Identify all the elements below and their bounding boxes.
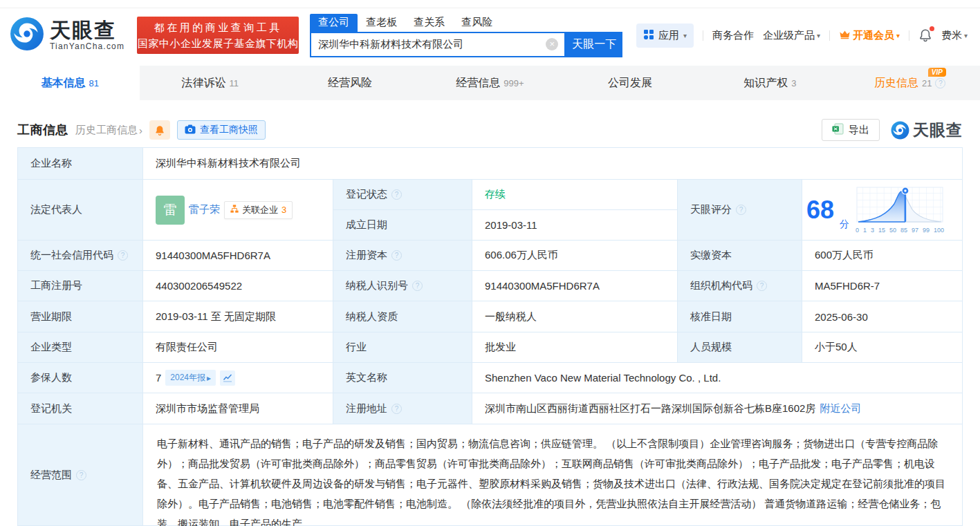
watermark-label: 天眼查	[913, 120, 963, 141]
reg-number-value: 440300206549522	[143, 271, 333, 301]
notification-dot	[930, 26, 934, 31]
search-tab-company[interactable]: 查公司	[310, 14, 358, 32]
promo-line2: 国家中小企业发展子基金旗下机构	[138, 36, 299, 51]
field-label: 注册资本	[346, 249, 387, 262]
help-icon[interactable]: ?	[118, 250, 128, 261]
paid-capital-value: 600万人民币	[802, 241, 962, 270]
arrow-right-icon: ▸	[207, 373, 211, 383]
org-code-value: MA5FHD6R-7	[802, 271, 962, 301]
tab-count: 3	[791, 78, 796, 88]
view-snapshot-button[interactable]: 查看工商快照	[177, 120, 266, 140]
field-label: 行业	[346, 341, 367, 354]
tab-business-info[interactable]: 经营信息 999+	[420, 66, 560, 100]
notifications-bell-icon[interactable]	[918, 28, 932, 42]
reg-number-label: 工商注册号	[18, 271, 142, 301]
nav-business-cooperation[interactable]: 商务合作	[712, 29, 754, 42]
user-menu[interactable]: 费米 ▾	[941, 29, 968, 42]
field-label: 天眼评分	[690, 203, 732, 216]
company-type-label: 企业类型	[18, 332, 142, 362]
field-label: 核准日期	[690, 310, 732, 323]
chevron-down-icon: ▾	[683, 32, 687, 39]
score-number: 68	[806, 198, 834, 223]
search-tab-relation[interactable]: 查关系	[405, 14, 453, 32]
field-value: 电子新材料、通讯产品的销售；电子产品的研发及销售；国内贸易；物流信息咨询；供应链…	[157, 433, 948, 526]
chevron-down-icon: ▾	[817, 32, 820, 39]
taxpayer-quality-value: 一般纳税人	[472, 301, 677, 332]
tab-history-info[interactable]: VIP 历史信息 21 ?	[840, 66, 980, 100]
company-tabs: 基本信息 81 法律诉讼 11 经营风险 经营信息 999+ 公司发展 知识产权…	[0, 66, 980, 100]
crown-icon	[839, 30, 851, 41]
tab-count: 999+	[503, 78, 524, 88]
related-companies-badge[interactable]: 关联企业 3	[224, 201, 293, 219]
nearby-companies-link[interactable]: 附近公司	[820, 402, 861, 415]
field-label: 营业期限	[30, 310, 72, 323]
help-icon[interactable]: ?	[391, 404, 402, 414]
search-block: 查公司 查老板 查关系 查风险 × 天眼一下	[310, 14, 622, 57]
field-label: 经营范围	[30, 469, 72, 482]
help-icon[interactable]: ?	[935, 78, 945, 88]
business-info-table: 企业名称 深圳华中科新材料技术有限公司 法定代表人 雷 雷子荣 关	[17, 147, 963, 526]
bell-icon	[154, 124, 165, 136]
reg-status-label: 登记状态 ?	[333, 180, 472, 209]
approval-date-label: 核准日期	[678, 301, 802, 332]
monitor-bell-button[interactable]	[149, 120, 170, 140]
search-tab-boss[interactable]: 查老板	[358, 14, 405, 32]
search-tab-risk[interactable]: 查风险	[453, 14, 501, 32]
history-link-label: 历史工商信息	[75, 124, 138, 137]
export-button[interactable]: 导出	[822, 119, 880, 141]
axis-tick: 97	[912, 227, 918, 234]
field-label: 登记机关	[30, 402, 72, 415]
help-icon[interactable]: ?	[391, 189, 402, 200]
field-value: 2019-03-11	[485, 219, 537, 231]
field-label: 人员规模	[690, 341, 732, 354]
export-label: 导出	[849, 124, 869, 137]
tab-basic-info[interactable]: 基本信息 81	[0, 66, 140, 100]
help-icon[interactable]: ?	[391, 250, 402, 261]
tab-label: 知识产权	[743, 76, 788, 91]
tab-company-development[interactable]: 公司发展	[560, 66, 700, 100]
search-input[interactable]	[311, 33, 564, 56]
help-icon[interactable]: ?	[757, 281, 767, 291]
field-value: 606.06万人民币	[485, 249, 558, 262]
site-logo[interactable]: 天眼查 TianYanCha.com	[10, 17, 124, 54]
tab-label: 经营风险	[328, 76, 372, 91]
reg-capital-value: 606.06万人民币	[472, 241, 677, 270]
search-button[interactable]: 天眼一下	[566, 32, 622, 57]
score-distribution-chart: 0 1 3 15 50 85 97 99 100	[855, 186, 945, 234]
help-icon[interactable]: ?	[76, 470, 86, 480]
field-value: 有限责任公司	[156, 341, 218, 354]
chevron-down-icon: ▾	[964, 32, 968, 39]
clear-search-icon[interactable]: ×	[546, 38, 558, 50]
company-name-label: 企业名称	[18, 148, 142, 179]
annual-report-badge[interactable]: 2024年报 ▸	[165, 370, 216, 386]
tab-operating-risk[interactable]: 经营风险	[280, 66, 420, 100]
legal-rep-avatar[interactable]: 雷	[156, 196, 185, 225]
taxpayer-quality-label: 纳税人资质	[333, 301, 472, 332]
business-scope-value: 电子新材料、通讯产品的销售；电子产品的研发及销售；国内贸易；物流信息咨询；供应链…	[143, 424, 962, 525]
axis-tick: 50	[889, 227, 896, 234]
legal-rep-name-link[interactable]: 雷子荣	[189, 203, 220, 216]
help-icon[interactable]: ?	[412, 281, 423, 291]
tab-intellectual-property[interactable]: 知识产权 3	[700, 66, 840, 100]
field-label: 成立日期	[346, 218, 387, 232]
logo-text: 天眼查 TianYanCha.com	[50, 20, 124, 51]
english-name-label: 英文名称	[333, 363, 472, 393]
tab-label: 公司发展	[608, 76, 652, 91]
field-label: 参保人数	[30, 371, 72, 384]
taxpayer-id-value: 91440300MA5FHD6R7A	[472, 271, 677, 301]
tab-legal-proceedings[interactable]: 法律诉讼 11	[140, 66, 279, 100]
establish-date-value: 2019-03-11	[472, 210, 677, 240]
field-label: 企业类型	[30, 341, 72, 354]
vip-badge: VIP	[928, 68, 946, 77]
business-term-label: 营业期限	[18, 301, 142, 332]
axis-tick: 100	[934, 227, 944, 234]
nav-enterprise-products[interactable]: 企业级产品 ▾	[763, 29, 820, 42]
help-icon[interactable]: ?	[736, 205, 746, 215]
field-value: 2025-06-30	[815, 311, 868, 323]
trend-chart-button[interactable]	[220, 370, 235, 386]
apps-menu-button[interactable]: 应用 ▾	[636, 24, 694, 48]
field-label: 英文名称	[346, 371, 387, 384]
logo-domain: TianYanCha.com	[50, 41, 124, 51]
history-business-info-link[interactable]: 历史工商信息 ›	[75, 124, 142, 137]
nav-open-membership[interactable]: 开通会员 ▾	[839, 29, 900, 42]
